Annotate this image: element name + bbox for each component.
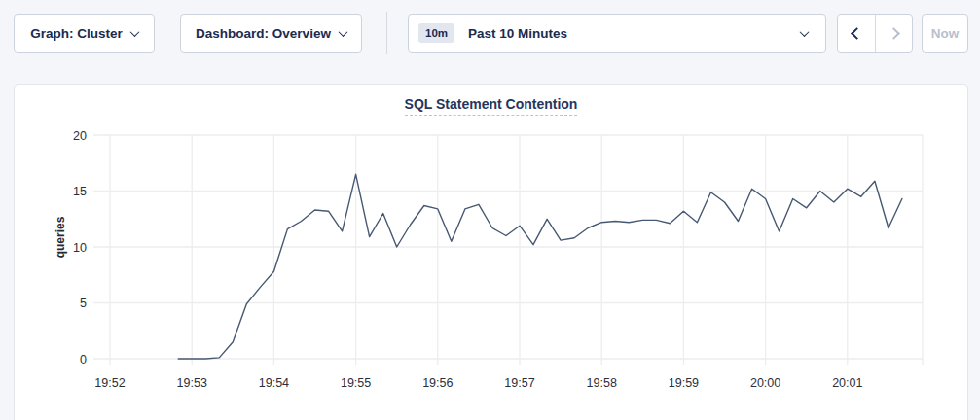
y-tick-label: 0 <box>80 353 87 367</box>
x-tick-label: 19:57 <box>504 376 534 390</box>
chart-title-row: SQL Statement Contention <box>15 95 967 116</box>
x-tick-label: 19:54 <box>259 376 289 390</box>
time-step-forward-button[interactable] <box>875 15 912 52</box>
time-window-badge: 10m <box>418 23 454 43</box>
x-tick-label: 19:58 <box>587 376 617 390</box>
chevron-down-icon <box>129 27 139 37</box>
y-axis-label: queries <box>54 203 67 271</box>
x-tick-label: 19:52 <box>94 376 125 390</box>
time-step-button-group <box>837 14 913 52</box>
x-tick-label: 19:53 <box>177 376 207 390</box>
time-range-dropdown[interactable]: 10m Past 10 Minutes <box>408 14 826 52</box>
chart-line <box>178 174 902 359</box>
y-tick-label: 10 <box>73 241 87 255</box>
graph-dropdown[interactable]: Graph: Cluster <box>14 14 155 52</box>
y-tick-label: 20 <box>73 129 87 143</box>
sql-contention-chart[interactable]: 0510152019:5219:5319:5419:5519:5619:5719… <box>15 85 969 420</box>
x-tick-label: 19:59 <box>669 376 699 390</box>
x-tick-label: 20:01 <box>832 376 862 390</box>
y-tick-label: 15 <box>73 185 87 198</box>
chart-title[interactable]: SQL Statement Contention <box>405 96 578 116</box>
chevron-down-icon <box>800 27 810 37</box>
time-step-back-button[interactable] <box>838 15 875 52</box>
chevron-right-icon <box>888 27 900 40</box>
dashboard-dropdown[interactable]: Dashboard: Overview <box>180 14 362 52</box>
dashboard-dropdown-label: Dashboard: Overview <box>196 26 331 41</box>
toolbar-divider <box>386 12 387 54</box>
chevron-down-icon <box>338 27 347 37</box>
x-tick-label: 19:56 <box>422 376 453 390</box>
time-range-label: Past 10 Minutes <box>468 26 801 41</box>
now-button[interactable]: Now <box>922 14 968 52</box>
x-tick-label: 19:55 <box>341 376 371 390</box>
chart-card: 0510152019:5219:5319:5419:5519:5619:5719… <box>14 84 968 420</box>
toolbar: Graph: Cluster Dashboard: Overview 10m P… <box>0 0 980 66</box>
graph-dropdown-label: Graph: Cluster <box>30 26 123 41</box>
x-tick-label: 20:00 <box>750 376 780 390</box>
now-button-label: Now <box>931 26 960 41</box>
chevron-left-icon <box>851 27 863 40</box>
y-tick-label: 5 <box>80 297 87 310</box>
